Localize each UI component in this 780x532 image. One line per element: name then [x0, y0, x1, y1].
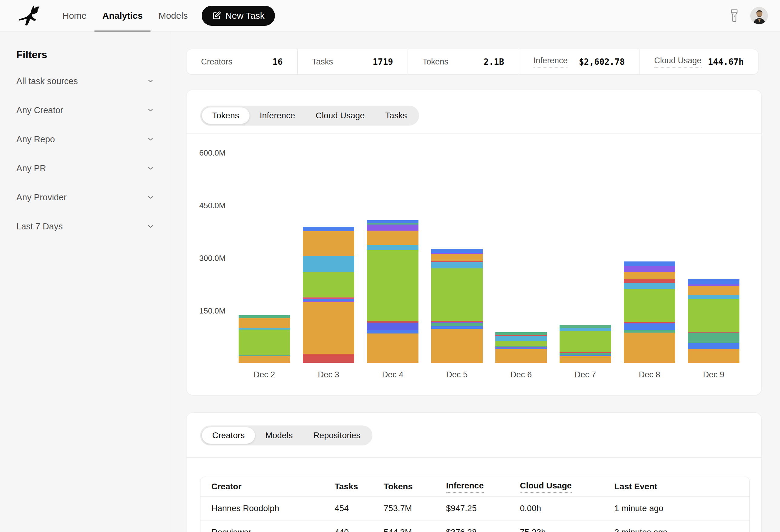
- cell-tokens: 753.7M: [384, 503, 446, 513]
- bar-segment-indigo: [367, 323, 419, 330]
- stat-card-creators: Creators16: [187, 49, 297, 74]
- bar-segment-green: [239, 329, 290, 355]
- stat-card-inference: Inference$2,602.78: [519, 49, 639, 74]
- stacked-bar-dec-5[interactable]: [431, 249, 483, 363]
- primary-nav: HomeAnalyticsModels: [54, 0, 196, 31]
- kangaroo-icon: [17, 4, 44, 27]
- stat-card-tokens: Tokens2.1B: [407, 49, 519, 74]
- stacked-bar-dec-4[interactable]: [367, 220, 419, 363]
- column-header-cloud-usage[interactable]: Cloud Usage: [520, 481, 615, 493]
- stacked-bar-dec-7[interactable]: [559, 325, 611, 363]
- breakdown-tab-repositories[interactable]: Repositories: [303, 427, 371, 444]
- bar-segment-orange: [367, 230, 419, 245]
- x-axis-label: Dec 7: [559, 370, 611, 379]
- divider: [187, 457, 761, 458]
- stacked-bar-dec-6[interactable]: [495, 332, 547, 363]
- stat-label[interactable]: Inference: [534, 56, 568, 67]
- chart-tab-inference[interactable]: Inference: [249, 107, 305, 124]
- cell-inference: $947.25: [446, 503, 520, 513]
- bar-segment-orange: [303, 302, 354, 354]
- cell-cloud-usage: 0.00h: [520, 503, 615, 513]
- filter-dropdown-any-repo[interactable]: Any Repo: [0, 125, 171, 154]
- bar-segment-teal: [431, 323, 483, 326]
- avatar-photo: [750, 7, 768, 24]
- filter-label: Any PR: [16, 163, 46, 173]
- breakdown-tab-creators[interactable]: Creators: [202, 427, 255, 444]
- stacked-bar-dec-8[interactable]: [624, 261, 675, 363]
- bar-segment-orange: [239, 318, 290, 329]
- column-header-creator: Creator: [211, 482, 335, 491]
- chevron-down-icon: [147, 77, 154, 85]
- filters-sidebar: Filters All task sourcesAny CreatorAny R…: [0, 32, 172, 532]
- breakdown-card: CreatorsModelsRepositories CreatorTasksT…: [186, 413, 762, 532]
- nav-item-label: Home: [62, 11, 87, 21]
- column-header-inference[interactable]: Inference: [446, 481, 520, 493]
- x-axis-label: Dec 9: [688, 370, 739, 379]
- filter-dropdown-last-7-days[interactable]: Last 7 Days: [0, 212, 171, 241]
- filter-dropdown-any-creator[interactable]: Any Creator: [0, 96, 171, 125]
- cell-cloud-usage: 75.23h: [520, 527, 615, 532]
- bar-segment-blue: [431, 326, 483, 329]
- bar-segment-purple: [624, 266, 675, 272]
- bar-segment-green: [624, 289, 675, 322]
- stacked-bar-chart: 150.0M300.0M450.0M600.0MDec 2Dec 3Dec 4D…: [187, 134, 761, 395]
- filter-dropdown-any-provider[interactable]: Any Provider: [0, 183, 171, 212]
- stat-label[interactable]: Cloud Usage: [654, 56, 701, 67]
- nav-item-home[interactable]: Home: [54, 0, 94, 31]
- bar-segment-blue: [431, 249, 483, 253]
- creators-table: CreatorTasksTokensInferenceCloud UsageLa…: [200, 477, 750, 532]
- x-axis-label: Dec 8: [624, 370, 675, 379]
- flashlight-icon[interactable]: [730, 9, 739, 23]
- stat-card-tasks: Tasks1719: [297, 49, 408, 74]
- bar-segment-teal: [239, 315, 290, 318]
- column-header-last-event: Last Event: [615, 482, 749, 491]
- stacked-bar-dec-3[interactable]: [303, 227, 354, 363]
- filter-dropdown-all-task-sources[interactable]: All task sources: [0, 66, 171, 96]
- x-axis-label: Dec 4: [367, 370, 419, 379]
- chart-tab-cloud-usage[interactable]: Cloud Usage: [305, 107, 375, 124]
- kangaroo-logo[interactable]: [17, 4, 44, 27]
- bar-segment-green: [303, 272, 354, 298]
- stat-value: 16: [273, 57, 283, 67]
- chart-tab-tokens[interactable]: Tokens: [202, 107, 249, 124]
- filter-label: Any Repo: [16, 135, 55, 144]
- user-avatar[interactable]: [750, 7, 768, 24]
- cell-inference: $376.28: [446, 527, 520, 532]
- stacked-bar-dec-9[interactable]: [688, 279, 739, 363]
- new-task-button[interactable]: New Task: [202, 6, 275, 26]
- column-header-label: Tasks: [335, 482, 358, 491]
- nav-item-models[interactable]: Models: [150, 0, 196, 31]
- column-header-tokens: Tokens: [384, 482, 446, 491]
- nav-item-analytics[interactable]: Analytics: [94, 0, 150, 31]
- stat-value: 2.1B: [484, 57, 504, 67]
- table-row-hannes-roodolph[interactable]: Hannes Roodolph454753.7M$947.250.00h1 mi…: [200, 496, 749, 520]
- bar-segment-green: [688, 299, 739, 332]
- y-axis-label: 150.0M: [199, 306, 236, 316]
- filters-title: Filters: [16, 49, 47, 60]
- bar-segment-teal: [624, 330, 675, 332]
- stacked-bar-dec-2[interactable]: [239, 315, 290, 363]
- stat-card-cloud-usage: Cloud Usage144.67h: [639, 49, 758, 74]
- bar-segment-orange: [303, 231, 354, 256]
- bar-segment-blue: [688, 279, 739, 284]
- bar-segment-skyblue: [688, 296, 739, 299]
- stat-value: 144.67h: [708, 57, 744, 67]
- bar-segment-teal: [688, 332, 739, 343]
- stat-label: Tokens: [423, 57, 448, 66]
- nav-item-label: Models: [158, 11, 188, 21]
- chart-tab-tasks[interactable]: Tasks: [375, 107, 417, 124]
- x-axis-label: Dec 6: [495, 370, 547, 379]
- top-nav: HomeAnalyticsModels New Task: [0, 0, 780, 32]
- breakdown-tab-models[interactable]: Models: [255, 427, 303, 444]
- cell-tasks: 440: [335, 527, 384, 532]
- bar-segment-teal: [495, 332, 547, 335]
- bar-segment-blue: [688, 343, 739, 349]
- column-header-label: Creator: [211, 482, 242, 491]
- bar-segment-orange: [431, 254, 483, 261]
- cell-creator: Rooviewer: [211, 527, 335, 532]
- column-header-label: Last Event: [615, 482, 657, 491]
- column-header-tasks: Tasks: [335, 482, 384, 491]
- table-row-rooviewer[interactable]: Rooviewer440544.3M$376.2875.23h3 minutes…: [200, 520, 749, 532]
- filter-dropdown-any-pr[interactable]: Any PR: [0, 154, 171, 183]
- bar-segment-green: [367, 250, 419, 322]
